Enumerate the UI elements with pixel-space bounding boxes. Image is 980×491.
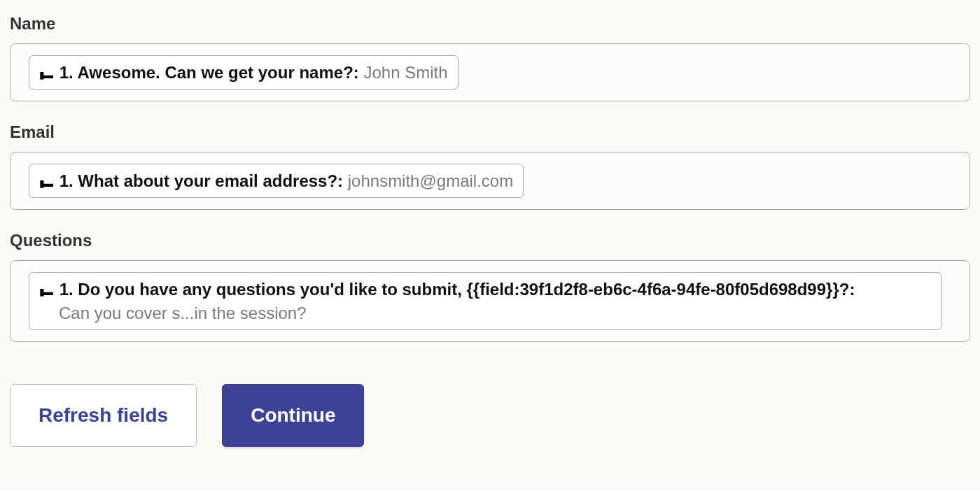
button-row: Refresh fields Continue: [10, 384, 970, 447]
questions-chip-value: Can you cover s...in the session?: [39, 301, 931, 324]
name-chip-question: 1. Awesome. Can we get your name?:: [59, 63, 364, 82]
questions-label: Questions: [10, 231, 970, 250]
questions-input[interactable]: ▮▬ 1. Do you have any questions you'd li…: [10, 260, 970, 341]
questions-field-chip[interactable]: ▮▬ 1. Do you have any questions you'd li…: [29, 272, 941, 329]
name-input[interactable]: ▮▬ 1. Awesome. Can we get your name?: Jo…: [10, 43, 970, 101]
questions-chip-question: 1. Do you have any questions you'd like …: [59, 280, 855, 299]
text-field-icon: ▮▬: [39, 177, 55, 190]
form-group-email: Email ▮▬ 1. What about your email addres…: [10, 122, 970, 210]
refresh-fields-button[interactable]: Refresh fields: [10, 384, 197, 447]
name-field-chip[interactable]: ▮▬ 1. Awesome. Can we get your name?: Jo…: [29, 55, 458, 90]
continue-button[interactable]: Continue: [222, 384, 364, 447]
form-page: Name ▮▬ 1. Awesome. Can we get your name…: [0, 0, 980, 457]
email-chip-value: johnsmith@gmail.com: [348, 171, 513, 190]
email-chip-question: 1. What about your email address?:: [59, 171, 348, 190]
email-field-chip[interactable]: ▮▬ 1. What about your email address?: jo…: [29, 164, 524, 198]
form-group-name: Name ▮▬ 1. Awesome. Can we get your name…: [10, 14, 970, 101]
email-label: Email: [10, 122, 970, 142]
name-label: Name: [10, 14, 970, 34]
email-input[interactable]: ▮▬ 1. What about your email address?: jo…: [10, 152, 970, 210]
text-field-icon: ▮▬: [39, 285, 55, 298]
form-group-questions: Questions ▮▬ 1. Do you have any question…: [10, 231, 970, 341]
name-chip-value: John Smith: [363, 63, 447, 82]
text-field-icon: ▮▬: [39, 69, 55, 81]
